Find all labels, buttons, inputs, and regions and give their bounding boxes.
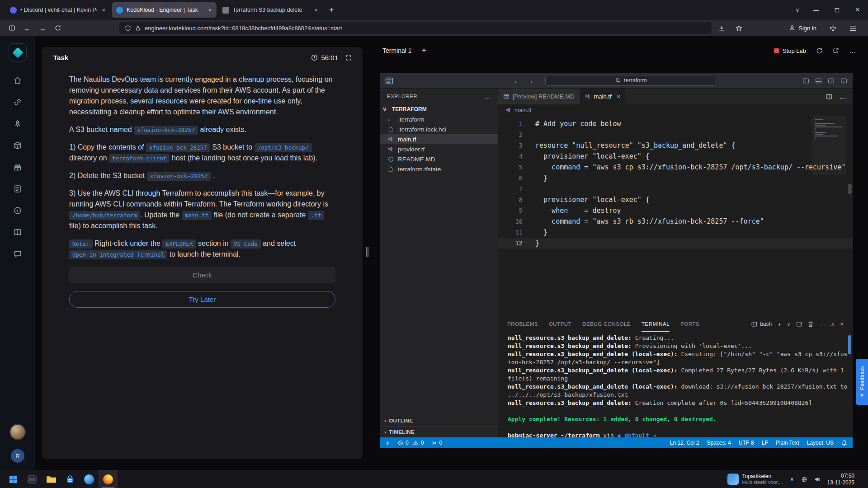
stop-lab-button[interactable]: Stop Lab [774,47,806,54]
sign-in-button[interactable]: Sign in [784,23,821,33]
command-search-box[interactable]: terraform [545,75,717,86]
notifications-bell-icon[interactable] [841,440,847,446]
code-line[interactable]: 12} [498,238,853,249]
code-line[interactable]: 8 provisioner "local-exec" { [498,194,853,205]
code-line[interactable]: 5 command = "aws s3 cp s3://xfusion-bck-… [498,162,853,173]
code-line[interactable]: 10 command = "aws s3 rb s3://xfusion-bck… [498,216,853,227]
file-.terraform.lock.hcl[interactable]: .terraform.lock.hcl [380,124,498,134]
tab-close-icon[interactable]: × [313,7,319,14]
profile-initial-badge[interactable]: R [11,449,24,463]
tray-chevron-icon[interactable]: ∧ [790,476,794,483]
close-button[interactable]: × [847,0,868,20]
file-README.MD[interactable]: README.MD [380,154,498,164]
section-outline[interactable]: ›OUTLINE [380,415,498,426]
list-tabs-icon[interactable]: ∨ [789,7,806,13]
new-terminal-icon[interactable]: + [778,321,781,328]
editor-scrollbar[interactable] [848,184,852,194]
add-terminal-button[interactable]: + [422,46,427,56]
tab-close-icon[interactable]: × [100,7,107,14]
url-text[interactable]: engineer.kodekloud.com/task?id=6818c38bc… [145,25,342,32]
breadcrumb[interactable]: main.tf [498,104,853,116]
vscode-menu-icon[interactable] [385,77,393,85]
ports-indicator[interactable]: 0 [431,440,442,446]
split-editor-icon[interactable] [826,94,832,100]
forward-button[interactable]: → [35,22,50,34]
editor-back-icon[interactable]: ← [514,77,520,84]
customize-layout-icon[interactable] [840,78,847,84]
notes-icon[interactable] [8,180,28,198]
layout-sidebar-right-icon[interactable] [828,78,835,84]
kodekloud-logo[interactable] [9,43,27,61]
info-icon[interactable] [8,202,28,220]
maximize-button[interactable] [826,0,847,20]
news-widget[interactable]: Topartikelen Huis steekt voor,... [727,473,783,485]
network-icon[interactable] [801,476,807,483]
panel-tab-terminal[interactable]: TERMINAL [642,316,670,332]
file-provider.tf[interactable]: provider.tf [380,144,498,154]
code-line[interactable]: 6 } [498,173,853,183]
close-panel-icon[interactable]: × [840,321,844,328]
terminal-view[interactable]: null_resource.s3_backup_and_delete: Crea… [498,332,853,437]
panel-tab-output[interactable]: OUTPUT [549,316,571,332]
shell-selector[interactable]: bash [751,321,772,327]
panel-tab-debug-console[interactable]: DEBUG CONSOLE [582,316,631,332]
layout-sidebar-left-icon[interactable] [802,78,809,84]
browser-tab[interactable]: Terraform S3 backup delete× [218,2,323,18]
kill-terminal-icon[interactable] [808,321,813,327]
extensions-icon[interactable] [826,22,840,34]
editor-forward-icon[interactable]: → [527,77,533,84]
docs-icon[interactable] [8,223,28,241]
code-line[interactable]: 7 [498,183,853,194]
split-handle[interactable] [366,247,369,257]
maximize-panel-icon[interactable]: ∧ [831,322,834,327]
tab-close-icon[interactable]: × [207,7,213,14]
link-icon[interactable] [8,93,28,111]
panel-tab-problems[interactable]: PROBLEMS [507,316,538,332]
browser-blue-icon[interactable] [80,470,99,488]
start-button[interactable] [4,470,23,488]
terminal-tab[interactable]: Terminal 1 [380,43,417,58]
taskbar-clock[interactable]: 07:50 13-11-2025 [827,473,855,486]
try-later-button[interactable]: Try Later [69,291,335,308]
new-tab-button[interactable]: + [324,3,339,17]
editor-tab[interactable]: [Preview] README.MD [498,89,580,104]
status-item[interactable]: Spaces: 4 [707,440,731,446]
terminal-scrollbar[interactable] [848,335,851,354]
layout-panel-icon[interactable] [815,78,822,84]
back-button[interactable]: ← [20,22,34,34]
code-line[interactable]: 1# Add your code below [498,118,853,129]
menu-icon[interactable] [845,22,860,34]
volume-icon[interactable] [814,476,821,483]
status-item[interactable]: Ln 12, Col 2 [670,440,699,446]
status-item[interactable]: UTF-8 [739,440,754,446]
explorer-more-icon[interactable]: … [484,93,491,100]
sidebar-toggle-icon[interactable] [5,22,19,34]
open-in-new-icon[interactable] [833,47,839,54]
terminal-dropdown-icon[interactable]: ∨ [787,322,790,327]
firefox-icon[interactable] [99,470,118,488]
save-to-pocket-icon[interactable] [714,22,729,34]
lock-icon[interactable] [135,25,141,31]
code-line[interactable]: 3resource "null_resource" "s3_backup_and… [498,140,853,151]
minimap[interactable] [812,116,846,175]
editor-more-icon[interactable]: … [839,93,846,101]
tab-close-icon[interactable]: × [617,93,621,100]
home-icon[interactable] [8,71,28,89]
code-line[interactable]: 4 provisioner "local-exec" { [498,151,853,162]
bookmark-star-icon[interactable] [731,22,746,34]
browser-tab[interactable]: KodeKloud - Engineer | Task× [112,2,217,18]
remote-indicator-icon[interactable] [385,440,391,446]
panel-tab-ports[interactable]: PORTS [680,316,699,332]
expand-icon[interactable] [345,55,352,61]
gift-icon[interactable] [8,158,28,176]
code-line[interactable]: 9 when = destroy [498,205,853,216]
file-terraform.tfstate[interactable]: terraform.tfstate [380,164,498,174]
section-timeline[interactable]: ›TIMELINE [380,426,498,437]
code-line[interactable]: 11 } [498,227,853,238]
code-line[interactable]: 2 [498,129,853,140]
avatar[interactable] [9,424,26,440]
feedback-button[interactable]: Feedback ★ [856,359,868,405]
store-icon[interactable] [61,470,80,488]
more-options-icon[interactable]: … [849,47,856,55]
file-.terraform[interactable]: ›.terraform [380,114,498,124]
